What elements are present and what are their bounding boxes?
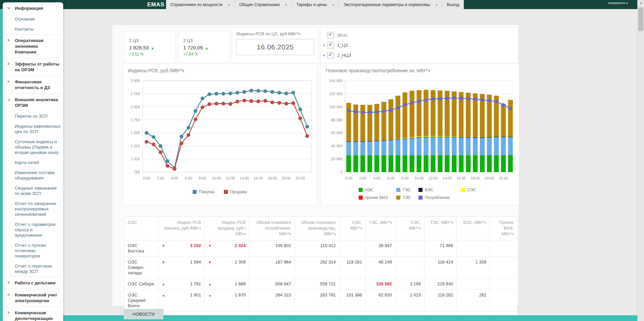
table-cell: 326 592 — [366, 279, 396, 290]
sidebar-item-4-3[interactable]: Карта сетей — [3, 158, 63, 168]
checkbox[interactable]: ✓ — [327, 32, 334, 38]
column-header: Объем планового потребления, МВт*ч — [249, 217, 295, 240]
kpi-delta: +2,11 % — [129, 52, 175, 56]
sidebar-section-2[interactable]: >Эффекты от работы на ОРЭМ — [3, 58, 63, 76]
menu-item-4[interactable]: Выход — [442, 0, 464, 9]
cell-value: 282 314 — [320, 259, 336, 265]
table-row[interactable]: ОЭС Сибири▲1 791▲1 689508 847559 721 326… — [124, 279, 517, 290]
production-bar-chart: 020 00040 00060 00080 000100 000120 0001… — [324, 76, 516, 189]
sidebar-item-0-0[interactable]: Основная — [3, 14, 63, 24]
column-header: Объем планового производства, МВт*ч — [295, 217, 339, 240]
legend-item: прочие ВИЭ — [359, 195, 396, 200]
table-cell: 62 835 — [366, 290, 396, 312]
sidebar-item-4-8[interactable]: Отчет о пусках/остановах генераторов — [3, 240, 63, 261]
expander-icon[interactable]: ▶ — [323, 44, 325, 47]
sidebar-item-4-2[interactable]: Суточные индексы и объемы (Первая и втор… — [3, 137, 63, 158]
oes-data-table: ОЭСИндекс РСВ покупка, руб./МВтчИндекс Р… — [124, 216, 517, 315]
table-cell: ▼1 594 — [158, 257, 205, 279]
svg-text:0:00: 0:00 — [143, 176, 150, 180]
table-cell: ▲1 901 — [158, 290, 205, 312]
sidebar-item-4-1[interactable]: Индексы равновесных цен по ЗСП — [3, 121, 63, 137]
date-picker[interactable]: 16.06.2025 — [236, 39, 314, 55]
legend-swatch — [418, 188, 422, 192]
table-cell — [490, 257, 517, 279]
sidebar-item-0-1[interactable]: Контакты — [3, 24, 63, 34]
svg-text:22:00: 22:00 — [295, 176, 305, 180]
legend-swatch — [359, 196, 363, 200]
scroll-up-button[interactable]: ▲ — [638, 0, 644, 6]
filter-row-1[interactable]: ▶✓1_ЦЗ — [321, 42, 518, 50]
sidebar-section-0[interactable]: >Информация — [3, 2, 63, 14]
sidebar-section-6[interactable]: >Коммерческий учет электроэнергии — [3, 289, 63, 307]
table-cell: 38 947 — [366, 240, 396, 257]
sidebar-item-4-9[interactable]: Отчет о перетоках между ЗСП — [3, 261, 63, 277]
menu-item-0[interactable]: Справочники по мощности∨ — [166, 0, 235, 9]
svg-text:16:00: 16:00 — [254, 176, 263, 180]
svg-text:6:00: 6:00 — [185, 176, 192, 180]
table-cell: ▼3 152 — [158, 240, 205, 257]
legend-swatch — [359, 188, 363, 192]
legend-swatch — [224, 190, 228, 194]
table-header: ОЭСИндекс РСВ покупка, руб./МВтчИндекс Р… — [124, 217, 517, 240]
sidebar-item-4-7[interactable]: Отчет о параметрах спроса и предложения — [3, 219, 63, 240]
page-scrollbar[interactable]: ▲ — [637, 0, 644, 321]
column-header: ТЭС, МВт*ч — [425, 217, 457, 240]
legend-label: Потребление — [425, 195, 450, 200]
svg-text:140 000: 140 000 — [329, 79, 343, 83]
table-row[interactable]: ОЭС Северо-запада▼1 594▼1 309187 964282 … — [124, 257, 517, 279]
sidebar-section-1[interactable]: >Оперативная экономика Компании — [3, 34, 63, 58]
checkbox[interactable]: ✓ — [327, 52, 334, 58]
column-header: ОЭС — [124, 217, 158, 240]
kpi-delta: +7,84 % — [183, 52, 230, 56]
cell-value: 119 281 — [347, 259, 362, 265]
sidebar-section-3[interactable]: >Финансовая отчетность и ДЗ — [3, 76, 63, 93]
menu-bar: Справочники по мощности∨Общие Справочник… — [166, 0, 464, 9]
table-cell: ▼2 424 — [205, 240, 249, 257]
checkbox-label: 2_НЦЗ — [337, 53, 351, 58]
menu-item-label: Эксплуатационные параметры и нормативы — [344, 2, 430, 7]
menu-item-label: Тарифы и цены — [296, 2, 327, 7]
menu-item-3[interactable]: Эксплуатационные параметры и нормативы∨ — [339, 0, 442, 9]
table-cell — [490, 312, 517, 315]
sidebar-section-5[interactable]: >Работа с дельтами — [3, 277, 63, 289]
checkbox[interactable]: ✓ — [327, 42, 334, 48]
sidebar-item-4-5[interactable]: Сводные замыкания по всем ЗСП — [3, 183, 63, 199]
filter-row-2[interactable]: ▶✓2_НЦЗ — [321, 52, 518, 60]
series-1 — [145, 98, 309, 171]
chevron-expanded-icon: > — [6, 98, 11, 101]
filter-row-0[interactable]: ✓(Все) — [321, 32, 518, 40]
chart-title: Индексы РСВ, руб./МВт*ч — [128, 68, 317, 73]
menu-item-1[interactable]: Общие Справочники∨ — [235, 0, 292, 9]
legend-item: Продажа — [224, 190, 247, 194]
sidebar-item-4-4[interactable]: Изменение состава оборудования — [3, 168, 63, 183]
sidebar-item-4-6[interactable]: Отчет по запиранию контролируемых сечени… — [3, 199, 63, 219]
sidebar-item-4-0[interactable]: Переток по ЗСП — [3, 111, 63, 121]
table-cell: ▲1 791 — [158, 279, 205, 290]
table-cell — [339, 312, 366, 315]
scroll-thumb[interactable] — [638, 7, 643, 31]
legend-label: ВЭС — [425, 188, 433, 192]
kpi-card-zone1: 1 ЦЗ 1 828,53▲ +2,11 % — [124, 31, 176, 63]
table-cell — [490, 279, 517, 290]
menu-item-2[interactable]: Тарифы и цены∨ — [292, 0, 339, 9]
trend-up-icon: ▲ — [208, 281, 212, 287]
svg-text:2 250: 2 250 — [130, 92, 140, 96]
news-button[interactable]: НОВОСТИ — [124, 309, 163, 319]
cell-value: 1 023 — [410, 292, 421, 297]
legend-label: ТЭС — [403, 195, 411, 200]
check-icon: ✓ — [328, 32, 332, 37]
cell-value: 1 689 — [235, 281, 246, 287]
sidebar-section-4[interactable]: >Внешняя аналитика ОРЭМ — [3, 93, 63, 111]
expander-icon[interactable]: ▶ — [323, 54, 325, 57]
table-row[interactable]: ОЭС Средней Волги▲1 901▲1 870264 323283 … — [124, 290, 517, 312]
table-cell — [396, 240, 425, 257]
table-cell: 71 465 — [425, 240, 457, 257]
sidebar-section-7[interactable]: >Коммерческая диспетчеризация — [3, 307, 63, 321]
table-row[interactable]: ОЭС Востока▼3 152▼2 424105 802110 412 38… — [124, 240, 517, 257]
chevron-expanded-icon: > — [6, 7, 11, 9]
menu-item-label: Выход — [447, 2, 459, 7]
cell-value: 262 — [479, 292, 486, 297]
table-cell: 283 791 — [295, 290, 339, 312]
sidebar-section-label: Оперативная экономика Компании — [15, 38, 43, 54]
svg-text:10:00: 10:00 — [414, 176, 424, 180]
